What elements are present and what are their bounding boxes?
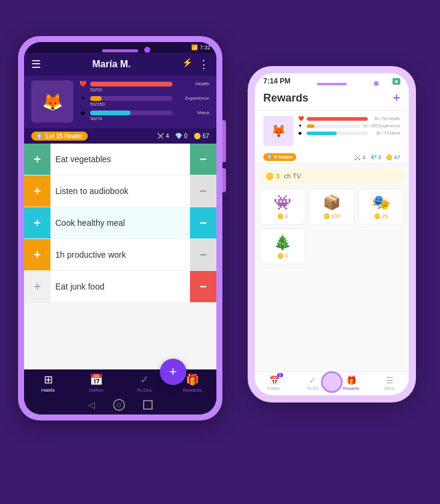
- gold-stat: 🪙 67: [194, 133, 209, 139]
- habit-eat-vegetables: + Eat vegetables −: [24, 144, 216, 175]
- add-habit-fab[interactable]: +: [160, 359, 186, 385]
- android-time: 7:32: [200, 44, 210, 50]
- filter-icon[interactable]: ⚡: [182, 58, 192, 71]
- work-plus-button[interactable]: +: [24, 239, 50, 270]
- mana-value-row: 36/74: [79, 116, 209, 121]
- header-actions: ⚡ ⋮: [182, 58, 209, 71]
- rewards-label: Rewards: [183, 387, 202, 393]
- ios-nav-menu[interactable]: ☰ Menu: [370, 375, 409, 390]
- cook-minus-button[interactable]: −: [190, 207, 216, 238]
- ios-level-text: 🛡️ 5 Healer: [267, 154, 293, 160]
- ios-avatar: 🦊: [263, 116, 293, 146]
- android-phone: 📶 7:32 ☰ María M. ⚡ ⋮ 🦊 ❤️: [18, 36, 222, 421]
- ios-reward-card-2[interactable]: 📦 🪙 100: [309, 189, 355, 225]
- rewards-icon: 🎁: [186, 373, 199, 386]
- ios-phone: 7:14 PM ■ Rewards + 🦊 ❤️ 50 / 50 Health: [248, 66, 416, 402]
- home-button[interactable]: ○: [113, 399, 125, 411]
- ios-reward-cost-2: 🪙 100: [323, 213, 340, 219]
- ios-menu-label: Menu: [384, 386, 395, 390]
- cook-plus-button[interactable]: +: [24, 207, 50, 238]
- ios-rewards-content: 🪙 3 ch TV 👾 🪙 0 📦 🪙 100: [255, 164, 409, 371]
- ios-todo-icon: ✓: [309, 375, 316, 385]
- android-vol-down-button: [222, 144, 226, 162]
- ios-coin-icon-2: 🪙: [323, 213, 330, 219]
- dailies-icon: 📅: [90, 373, 103, 386]
- ios-dailies-label: Dailies: [267, 386, 280, 390]
- android-camera: [144, 47, 150, 53]
- ios-exp-bar-fill: [307, 124, 314, 128]
- ios-character-area: 🦊 ❤️ 50 / 50 Health ✦ 50 / 350 Experienc…: [255, 111, 409, 151]
- ios-sword-stat: ⚔️ 4: [354, 154, 365, 160]
- audiobook-minus-button[interactable]: −: [190, 175, 216, 207]
- cook-name: Cook healthy meal: [50, 213, 190, 232]
- ios-reward-card-4[interactable]: 🎄 🪙 0: [260, 228, 305, 264]
- ios-home-button[interactable]: [321, 371, 343, 393]
- eat-veg-minus-button[interactable]: −: [190, 144, 216, 175]
- ios-reward-cost-3: 🪙 25: [374, 213, 388, 219]
- ios-exp-value: 50 / 350 Experience: [363, 124, 400, 128]
- junk-plus-button[interactable]: +: [24, 271, 50, 302]
- gold-value: 67: [203, 133, 209, 139]
- nav-habits[interactable]: ⊞ Habits: [24, 373, 72, 393]
- dailies-label: Dailies: [89, 387, 103, 393]
- ios-nav-dailies[interactable]: 📅 3 Dailies: [255, 375, 293, 390]
- ios-gem-stat: 💎 0: [370, 154, 382, 160]
- sword-stat: ⚔️ 4: [157, 133, 170, 139]
- dailies-badge: 3: [277, 373, 283, 377]
- ios-mana-value: 36 / 74 Mana: [370, 131, 400, 135]
- gem-stat: 💎 0: [175, 133, 188, 139]
- exp-bar-fill: [90, 96, 102, 101]
- ios-todo-label: To-Do: [307, 386, 319, 390]
- work-minus-button[interactable]: −: [190, 239, 216, 270]
- ios-health-row: ❤️ 50 / 50 Health: [298, 116, 400, 121]
- habits-icon: ⊞: [44, 373, 53, 386]
- ios-coin-icon-3: 🪙: [374, 213, 380, 219]
- character-avatar: 🦊: [31, 80, 73, 123]
- work-name: 1h productive work: [50, 245, 190, 264]
- ios-reward-icon-3: 🎭: [372, 194, 390, 211]
- ios-heart-icon: ❤️: [298, 116, 304, 121]
- ios-battery-icon: ■: [393, 78, 400, 85]
- junk-name: Eat junk food: [50, 277, 190, 296]
- back-button[interactable]: ◁: [88, 400, 95, 410]
- ios-mana-bar-bg: [307, 132, 368, 135]
- habit-junk-food: + Eat junk food −: [24, 271, 216, 303]
- ios-status-icons: ■: [393, 78, 400, 85]
- junk-minus-button[interactable]: −: [190, 271, 216, 302]
- audiobook-name: Listen to audiobook: [50, 181, 190, 201]
- audiobook-plus-button[interactable]: +: [24, 175, 50, 207]
- ios-health-bar-bg: [307, 117, 368, 121]
- menu-icon[interactable]: ☰: [31, 58, 41, 71]
- health-value: 50/50: [90, 87, 102, 93]
- level-text: Lvl 15 Healer: [46, 133, 83, 139]
- android-vol-up-button: [222, 120, 226, 138]
- level-stats: ⚔️ 4 💎 0 🪙 67: [157, 133, 209, 139]
- ios-add-button[interactable]: +: [393, 90, 400, 106]
- more-icon[interactable]: ⋮: [198, 58, 209, 71]
- android-status-icons: 📶 7:32: [191, 44, 210, 50]
- habit-cook: + Cook healthy meal −: [24, 207, 216, 239]
- ios-exp-row: ✦ 50 / 350 Experience: [298, 123, 400, 129]
- habits-list: + Eat vegetables − + Listen to audiobook…: [24, 144, 216, 369]
- ios-star-icon: ✦: [298, 123, 304, 129]
- eat-veg-plus-button[interactable]: +: [24, 144, 50, 175]
- character-area: 🦊 ❤️ Health 50/50 ✦: [24, 76, 216, 129]
- exp-bar-bg: [90, 96, 173, 101]
- android-power-button: [222, 168, 226, 192]
- sword-icon: ⚔️: [157, 133, 164, 139]
- recents-button[interactable]: [143, 400, 153, 410]
- level-badge: 🛡️ Lvl 15 Healer: [31, 132, 88, 141]
- ios-reward-card-1[interactable]: 👾 🪙 0: [260, 189, 305, 225]
- health-stat-row: ❤️ Health: [79, 80, 209, 87]
- user-name: María M.: [92, 59, 130, 70]
- ios-level-badge: 🛡️ 5 Healer: [263, 153, 296, 161]
- character-stats: ❤️ Health 50/50 ✦ Experience: [79, 80, 209, 124]
- exp-stat-row: ✦ Experience: [79, 95, 209, 102]
- ios-reward-card-3[interactable]: 🎭 🪙 25: [358, 189, 404, 225]
- health-value-row: 50/50: [79, 87, 209, 93]
- nav-dailies[interactable]: 📅 Dailies: [72, 373, 120, 393]
- ios-coin-icon-4: 🪙: [277, 253, 284, 259]
- ios-page-title: Rewards: [263, 92, 308, 105]
- level-bar: 🛡️ Lvl 15 Healer ⚔️ 4 💎 0 🪙 67: [24, 129, 216, 144]
- habit-productive-work: + 1h productive work −: [24, 239, 216, 271]
